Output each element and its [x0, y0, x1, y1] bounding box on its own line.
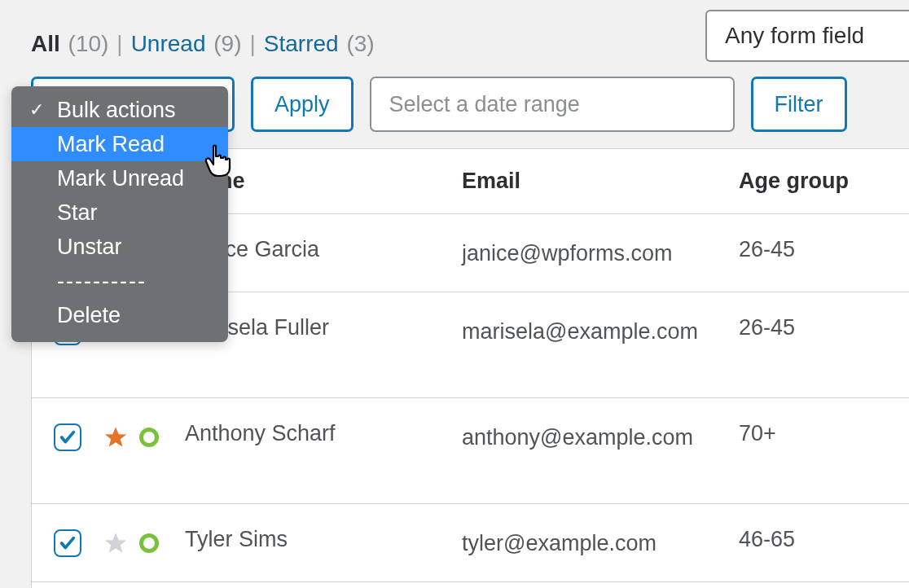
bulk-option-mark-unread[interactable]: Mark Unread: [11, 161, 228, 195]
bulk-option-star[interactable]: Star: [11, 195, 228, 230]
date-range-input[interactable]: Select a date range: [370, 77, 735, 132]
row-checkbox[interactable]: [54, 423, 81, 451]
column-header-email[interactable]: Email: [462, 165, 739, 198]
cell-name: Anthony Scharf: [185, 421, 462, 446]
table-row: Megan Cartermegan@example.com26-45: [32, 582, 909, 588]
bulk-option-placeholder[interactable]: Bulk actions: [11, 93, 228, 127]
star-icon[interactable]: [103, 531, 128, 555]
bulk-option-divider: ----------: [11, 264, 228, 298]
bulk-actions-menu: Bulk actions Mark Read Mark Unread Star …: [11, 86, 228, 342]
bulk-option-unstar[interactable]: Unstar: [11, 230, 228, 264]
column-header-age[interactable]: Age group: [739, 169, 894, 194]
star-icon[interactable]: [103, 425, 128, 450]
cell-age-group: 46-65: [739, 527, 894, 552]
table-row: Tyler Simstyler@example.com46-65: [32, 504, 909, 582]
row-checkbox[interactable]: [54, 529, 81, 557]
apply-button[interactable]: Apply: [251, 77, 354, 132]
separator: |: [250, 31, 256, 57]
cell-age-group: 26-45: [739, 237, 894, 262]
bulk-option-delete[interactable]: Delete: [11, 298, 228, 332]
form-field-select-label: Any form field: [725, 23, 864, 49]
separator: |: [116, 31, 122, 57]
form-field-select[interactable]: Any form field: [705, 10, 909, 62]
status-indicator-icon[interactable]: [139, 533, 159, 553]
cell-name: Tyler Sims: [185, 527, 462, 552]
filter-button[interactable]: Filter: [751, 77, 847, 132]
status-indicator-icon[interactable]: [139, 428, 159, 447]
filter-unread[interactable]: Unread (9): [131, 31, 242, 57]
filter-tabs: All (10) | Unread (9) | Starred (3): [31, 31, 375, 57]
cell-email: anthony@example.com: [462, 421, 739, 454]
filter-starred[interactable]: Starred (3): [264, 31, 375, 57]
cell-email: tyler@example.com: [462, 527, 739, 560]
bulk-option-mark-read[interactable]: Mark Read: [11, 127, 228, 161]
cell-email: marisela@example.com: [462, 315, 739, 349]
filter-all[interactable]: All (10): [31, 31, 108, 57]
cell-email: janice@wpforms.com: [462, 237, 739, 270]
table-row: Anthony Scharfanthony@example.com70+: [32, 398, 909, 504]
cell-age-group: 70+: [739, 421, 894, 446]
cell-age-group: 26-45: [739, 315, 894, 340]
